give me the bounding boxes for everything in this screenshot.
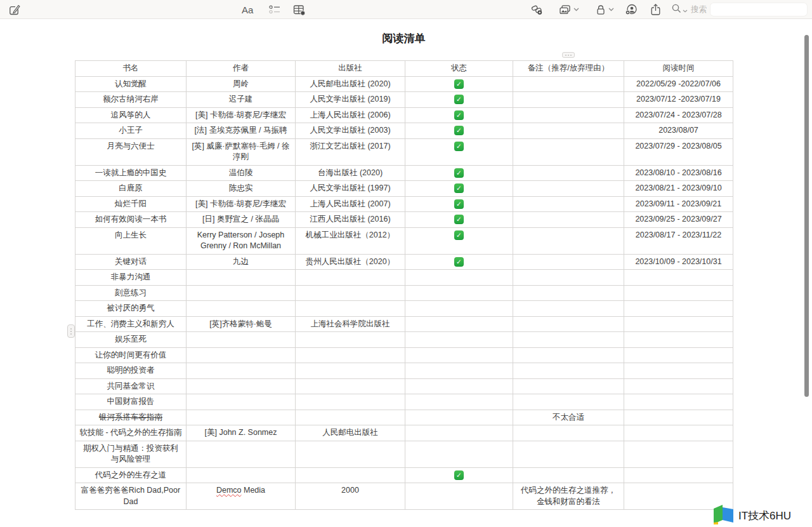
note-cell[interactable] [513, 165, 624, 181]
table-button[interactable] [292, 2, 306, 17]
book-title-cell[interactable]: 如何有效阅读一本书 [75, 212, 187, 228]
period-cell[interactable]: 2023/08/17 - 2023/11/22 [624, 227, 733, 254]
column-header[interactable]: 阅读时间 [624, 61, 733, 77]
book-title-cell[interactable]: 小王子 [75, 123, 187, 139]
author-cell[interactable] [187, 270, 296, 286]
column-header[interactable]: 状态 [405, 61, 513, 77]
note-cell[interactable] [513, 92, 624, 108]
status-cell[interactable] [405, 316, 513, 332]
publisher-cell[interactable] [296, 410, 405, 425]
column-header[interactable]: 作者 [187, 61, 296, 77]
book-title-cell[interactable]: 刻意练习 [75, 285, 187, 301]
period-cell[interactable] [624, 363, 733, 379]
author-cell[interactable] [187, 467, 296, 483]
period-cell[interactable]: 2023/09/25 - 2023/09/27 [624, 212, 733, 228]
note-title[interactable]: 阅读清单 [75, 31, 733, 46]
book-title-cell[interactable]: 月亮与六便士 [75, 138, 187, 165]
period-cell[interactable] [624, 316, 733, 332]
publisher-cell[interactable]: 江西人民出版社 (2016) [296, 212, 405, 228]
column-drag-handle[interactable] [562, 52, 575, 58]
period-cell[interactable]: 2023/08/10 - 2023/08/16 [624, 165, 733, 181]
note-cell[interactable] [513, 181, 624, 197]
publisher-cell[interactable]: 上海人民出版社 (2007) [296, 196, 405, 212]
note-cell[interactable] [513, 107, 624, 123]
note-cell[interactable] [513, 363, 624, 379]
period-cell[interactable]: 2023/08/21 - 2023/09/10 [624, 181, 733, 197]
publisher-cell[interactable]: 上海社会科学院出版社 [296, 316, 405, 332]
author-cell[interactable] [187, 441, 296, 467]
status-cell[interactable]: ✓ [405, 254, 513, 270]
note-cell[interactable]: 代码之外的生存之道推荐，金钱和财富的看法 [513, 483, 624, 510]
book-title-cell[interactable]: 追风筝的人 [75, 107, 187, 123]
period-cell[interactable] [624, 410, 733, 425]
book-title-cell[interactable]: 期权入门与精通：投资获利与风险管理 [75, 441, 187, 467]
note-cell[interactable] [513, 441, 624, 467]
note-cell[interactable] [513, 378, 624, 394]
note-cell[interactable] [513, 425, 624, 441]
status-cell[interactable] [405, 363, 513, 379]
book-title-cell[interactable]: 关键对话 [75, 254, 187, 270]
period-cell[interactable] [624, 270, 733, 286]
column-header[interactable]: 出版社 [296, 61, 405, 77]
period-cell[interactable] [624, 347, 733, 363]
period-cell[interactable] [624, 467, 733, 483]
status-cell[interactable]: ✓ [405, 123, 513, 139]
publisher-cell[interactable]: 浙江文艺出版社 (2017) [296, 138, 405, 165]
publisher-cell[interactable] [296, 332, 405, 348]
status-cell[interactable]: ✓ [405, 138, 513, 165]
publisher-cell[interactable]: 上海人民出版社 (2006) [296, 107, 405, 123]
publisher-cell[interactable]: 2000 [296, 483, 405, 510]
publisher-cell[interactable] [296, 270, 405, 286]
author-cell[interactable]: [英]齐格蒙特·鲍曼 [187, 316, 296, 332]
book-title-cell[interactable]: 共同基金常识 [75, 378, 187, 394]
vertical-scrollbar[interactable] [804, 35, 809, 397]
status-cell[interactable] [405, 394, 513, 410]
note-cell[interactable] [513, 76, 624, 92]
row-drag-handle[interactable] [67, 324, 75, 338]
status-cell[interactable]: ✓ [405, 165, 513, 181]
period-cell[interactable] [624, 441, 733, 467]
note-cell[interactable] [513, 301, 624, 317]
status-cell[interactable]: ✓ [405, 92, 513, 108]
book-title-cell[interactable]: 软技能 - 代码之外的生存指南 [75, 425, 187, 441]
publisher-cell[interactable]: 人民文学出版社 (1997) [296, 181, 405, 197]
media-button[interactable] [558, 2, 579, 17]
book-title-cell[interactable]: 向上生长 [75, 227, 187, 254]
checklist-button[interactable] [268, 2, 281, 17]
note-cell[interactable] [513, 270, 624, 286]
note-cell[interactable] [513, 347, 624, 363]
status-cell[interactable] [405, 347, 513, 363]
author-cell[interactable]: Kerry Patterson / Joseph Grenny / Ron Mc… [187, 227, 296, 254]
publisher-cell[interactable] [296, 285, 405, 301]
lock-button[interactable] [595, 2, 614, 17]
book-title-cell[interactable]: 非暴力沟通 [75, 270, 187, 286]
book-title-cell[interactable]: 中国财富报告 [75, 394, 187, 410]
publisher-cell[interactable]: 人民邮电出版社 (2020) [296, 76, 405, 92]
publisher-cell[interactable] [296, 301, 405, 317]
search-input[interactable] [710, 3, 807, 16]
book-title-cell[interactable]: 工作、消费主义和新穷人 [75, 316, 187, 332]
book-title-cell[interactable]: 灿烂千阳 [75, 196, 187, 212]
add-link-button[interactable] [530, 2, 544, 17]
author-cell[interactable]: 九边 [187, 254, 296, 270]
status-cell[interactable]: ✓ [405, 181, 513, 197]
status-cell[interactable] [405, 483, 513, 510]
author-cell[interactable]: 迟子建 [187, 92, 296, 108]
author-cell[interactable]: [法] 圣埃克苏佩里 / 马振聘 [187, 123, 296, 139]
publisher-cell[interactable] [296, 467, 405, 483]
publisher-cell[interactable] [296, 347, 405, 363]
search-bar[interactable]: 搜索 [671, 3, 807, 17]
status-cell[interactable] [405, 285, 513, 301]
book-title-cell[interactable]: 聪明的投资者 [75, 363, 187, 379]
status-cell[interactable]: ✓ [405, 76, 513, 92]
status-cell[interactable] [405, 425, 513, 441]
author-cell[interactable]: [英] 威廉·萨默塞特·毛姆 / 徐淳刚 [187, 138, 296, 165]
publisher-cell[interactable]: 人民邮电出版社 [296, 425, 405, 441]
book-title-cell[interactable]: 认知觉醒 [75, 76, 187, 92]
note-cell[interactable] [513, 394, 624, 410]
note-cell[interactable] [513, 316, 624, 332]
author-cell[interactable]: [美] 卡勒德·胡赛尼/李继宏 [187, 196, 296, 212]
publisher-cell[interactable]: 机械工业出版社（2012） [296, 227, 405, 254]
column-header[interactable]: 书名 [75, 61, 187, 77]
author-cell[interactable]: [美] John Z. Sonmez [187, 425, 296, 441]
